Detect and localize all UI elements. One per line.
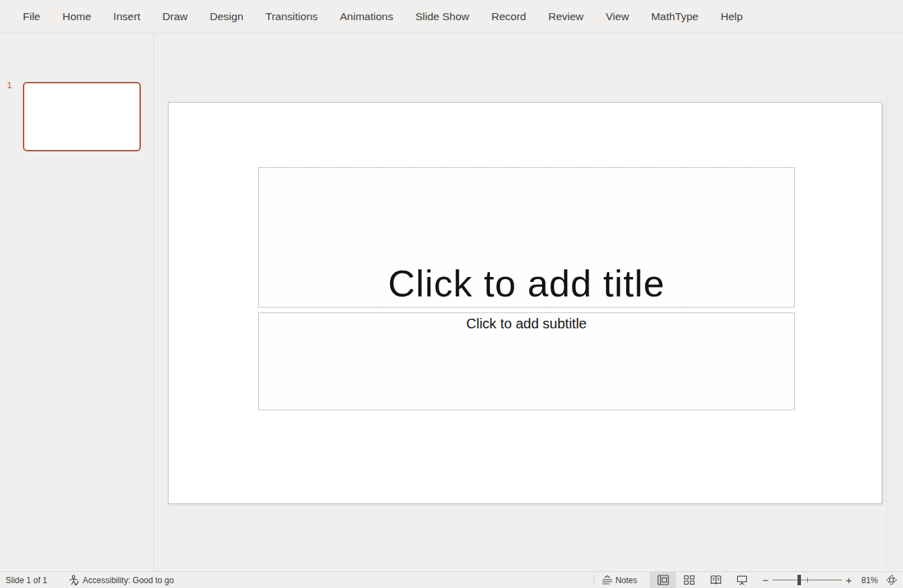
- tab-draw[interactable]: Draw: [162, 10, 187, 23]
- status-bar-right: Notes: [593, 572, 897, 588]
- tab-record[interactable]: Record: [491, 10, 526, 23]
- slide-sorter-icon: [684, 575, 695, 585]
- status-section-divider: [593, 575, 594, 585]
- zoom-level-label[interactable]: 81%: [858, 576, 881, 585]
- slide-editor-area: Click to add title Click to add subtitle: [155, 34, 903, 571]
- slide-counter[interactable]: Slide 1 of 1: [6, 576, 47, 585]
- slide-thumbnail-panel: 1: [0, 34, 154, 571]
- slide-thumbnail-number: 1: [7, 80, 12, 90]
- ribbon-tab-bar: File Home Insert Draw Design Transitions…: [0, 0, 903, 33]
- zoom-controls: − + 81%: [761, 572, 897, 588]
- tab-review[interactable]: Review: [548, 10, 584, 23]
- zoom-out-button[interactable]: −: [761, 574, 770, 586]
- scrollbar-track[interactable]: [886, 95, 887, 570]
- accessibility-status-text: Accessibility: Good to go: [83, 576, 174, 585]
- slide-thumbnail-1[interactable]: [23, 82, 141, 151]
- fit-slide-to-window-button[interactable]: [886, 574, 897, 586]
- tab-slide-show[interactable]: Slide Show: [415, 10, 469, 23]
- status-bar-left: Slide 1 of 1 Accessibility: Good to go: [6, 572, 174, 588]
- view-shortcuts: [650, 572, 755, 588]
- slideshow-icon: [736, 575, 748, 585]
- subtitle-placeholder[interactable]: Click to add subtitle: [258, 312, 795, 410]
- subtitle-placeholder-text: Click to add subtitle: [466, 314, 586, 333]
- tab-mathtype[interactable]: MathType: [651, 10, 698, 23]
- notes-button-label: Notes: [616, 576, 637, 585]
- normal-view-button[interactable]: [650, 572, 676, 588]
- zoom-slider-handle[interactable]: [797, 575, 801, 585]
- powerpoint-window: File Home Insert Draw Design Transitions…: [0, 0, 903, 588]
- notes-button[interactable]: Notes: [599, 573, 640, 587]
- zoom-in-button[interactable]: +: [844, 574, 854, 586]
- tab-home[interactable]: Home: [62, 10, 91, 23]
- tab-file[interactable]: File: [23, 10, 40, 23]
- accessibility-icon: [69, 575, 79, 586]
- reading-view-icon: [710, 575, 722, 585]
- notes-icon: [602, 575, 613, 585]
- accessibility-checker-button[interactable]: Accessibility: Good to go: [69, 575, 174, 586]
- tab-view[interactable]: View: [606, 10, 629, 23]
- title-placeholder-text: Click to add title: [388, 263, 665, 304]
- reading-view-button[interactable]: [702, 572, 729, 588]
- zoom-slider[interactable]: [773, 572, 842, 588]
- slide-sorter-button[interactable]: [676, 572, 702, 588]
- title-placeholder[interactable]: Click to add title: [258, 167, 795, 308]
- status-bar: Slide 1 of 1 Accessibility: Good to go: [0, 571, 903, 588]
- tab-transitions[interactable]: Transitions: [266, 10, 318, 23]
- zoom-slider-center-tick: [807, 578, 808, 582]
- slide-canvas[interactable]: Click to add title Click to add subtitle: [168, 102, 882, 504]
- tab-help[interactable]: Help: [720, 10, 743, 23]
- slideshow-button[interactable]: [729, 572, 755, 588]
- tab-insert[interactable]: Insert: [113, 10, 140, 23]
- tab-design[interactable]: Design: [210, 10, 243, 23]
- normal-view-icon: [657, 575, 669, 585]
- tab-animations[interactable]: Animations: [340, 10, 394, 23]
- fit-slide-to-window-icon: [886, 574, 897, 586]
